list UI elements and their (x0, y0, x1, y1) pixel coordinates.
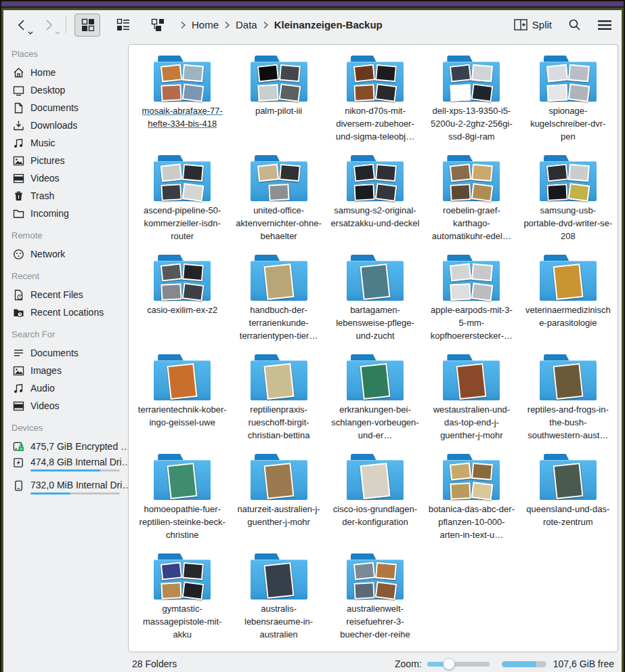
sidebar-item-network[interactable]: Network (10, 245, 128, 263)
icons-view-icon (81, 18, 94, 31)
folder-item[interactable]: united-office-aktenvernichter-ohne-behae… (230, 151, 326, 251)
sidebar-item-videos[interactable]: Videos (10, 397, 128, 415)
zoom-slider[interactable] (427, 658, 490, 670)
folder-label: reptilienpraxis-rueschoff-birgit-christi… (234, 403, 324, 442)
zoom-label: Zoom: (395, 658, 422, 669)
folder-item[interactable]: roebelin-graef-karthago-automatikuhr-ede… (423, 151, 519, 251)
back-button[interactable] (13, 14, 30, 36)
forward-dropdown-caret[interactable] (55, 31, 60, 35)
photo-thumbnail (161, 582, 182, 600)
photo-thumbnail (278, 83, 301, 102)
sidebar-item-474-8-gib-internal-dri[interactable]: 474,8 GiB Internal Dri… (10, 455, 128, 478)
photo-thumbnail (160, 562, 182, 580)
photo-thumbnail (471, 482, 494, 500)
folder-icon (443, 155, 500, 201)
photo-thumbnail (182, 64, 204, 82)
breadcrumb-chevron-icon (180, 21, 186, 29)
doc-lines-icon (13, 348, 24, 359)
folder-item[interactable]: palm-pilot-iii (230, 51, 326, 151)
folder-item[interactable]: erkrankungen-bei-schlangen-vorbeugen-und… (327, 350, 423, 450)
folder-item[interactable]: naturzeit-australien-j-guenther-j-mohr (230, 450, 326, 549)
folder-item[interactable]: australienwelt-reisefuehrer-3-buecher-de… (327, 549, 423, 649)
search-button[interactable] (565, 14, 584, 36)
folder-item[interactable]: samsung-s2-original-ersatzakku-und-decke… (327, 151, 423, 251)
video-icon (13, 400, 24, 412)
sidebar-item-home[interactable]: Home (10, 64, 128, 81)
folder-label: reptiles-and-frogs-in-the-bush-southwest… (523, 403, 613, 442)
photo-thumbnail (375, 163, 397, 182)
sidebar-item-label: 732,0 MiB Internal Dri… (30, 480, 128, 490)
icons-view-button[interactable] (74, 14, 100, 37)
zoom-slider-handle[interactable] (443, 658, 455, 670)
folder-item[interactable]: cisco-ios-grundlagen-der-konfiguration (327, 450, 423, 549)
folder-item[interactable]: casio-exilim-ex-z2 (134, 251, 230, 350)
sidebar-item-recent-locations[interactable]: Recent Locations (10, 303, 128, 321)
sidebar-item-videos[interactable]: Videos (10, 169, 128, 187)
folder-item[interactable]: homoeopathie-fuer-reptilien-steinke-beck… (134, 450, 230, 549)
tree-view-button[interactable] (145, 14, 171, 37)
sidebar-section-header: Search For (10, 325, 128, 344)
sidebar-item-pictures[interactable]: Pictures (10, 152, 128, 169)
sidebar-item-trash[interactable]: Trash (10, 187, 128, 205)
folder-label: cisco-ios-grundlagen-der-konfiguration (330, 503, 420, 528)
photo-thumbnail (263, 363, 294, 400)
sidebar-item-audio[interactable]: Audio (10, 379, 128, 397)
sidebar-item-music[interactable]: Music (10, 134, 128, 152)
photo-thumbnail (375, 183, 397, 201)
folder-item[interactable]: mosaik-abrafaxe-77-hefte-334-bis-418 (134, 51, 230, 151)
toolbar: HomeDataKleinanzeigen-Backup Split (3, 10, 622, 39)
photo-thumbnail (353, 84, 374, 102)
folder-item[interactable]: reptiles-and-frogs-in-the-bush-southwest… (520, 350, 616, 450)
photo-thumbnail (546, 163, 568, 182)
back-dropdown-caret[interactable] (28, 31, 33, 35)
sidebar-item-475-7-gib-encrypted[interactable]: 475,7 GiB Encrypted … (10, 438, 128, 455)
breadcrumb-item-home[interactable]: Home (188, 16, 223, 33)
sidebar-item-label: Audio (30, 383, 55, 394)
sidebar-item-desktop[interactable]: Desktop (10, 81, 128, 99)
breadcrumb-item-data[interactable]: Data (232, 16, 261, 33)
folder-item[interactable]: australis-lebensraeume-in-australien (230, 549, 326, 649)
desktop-icon (13, 85, 24, 96)
photo-thumbnail (268, 184, 289, 201)
folder-item[interactable]: bartagamen-lebensweise-pflege-und-zucht (327, 251, 423, 350)
photo-thumbnail (360, 264, 390, 300)
photo-thumbnail (182, 581, 204, 600)
breadcrumb-item-kleinanzeigen-backup[interactable]: Kleinanzeigen-Backup (270, 16, 387, 33)
folder-item[interactable]: westaustralien-und-das-top-end-j-guenthe… (423, 350, 519, 450)
folder-item[interactable]: queensland-und-das-rote-zentrum (520, 450, 616, 549)
sidebar-item-documents[interactable]: Documents (10, 99, 128, 117)
photo-thumbnail (567, 83, 590, 102)
photo-thumbnail (375, 581, 397, 600)
folder-item[interactable]: veterinaermedizinische-parasitologie (520, 251, 616, 350)
sidebar-item-downloads[interactable]: Downloads (10, 117, 128, 134)
details-view-button[interactable] (110, 14, 135, 37)
forward-button[interactable] (40, 14, 58, 36)
sidebar-item-images[interactable]: Images (10, 362, 128, 379)
folder-item[interactable]: ascend-pipeline-50-kommerzieller-isdn-ro… (134, 151, 230, 251)
sidebar-item-documents[interactable]: Documents (10, 344, 128, 362)
folder-item[interactable]: dell-xps-13-9350-i5-5200u-2-2ghz-256gi-s… (423, 51, 519, 151)
device-usage-bar (30, 492, 120, 495)
folder-item[interactable]: reptilienpraxis-rueschoff-birgit-christi… (230, 350, 326, 450)
folder-item[interactable]: terrarientechnik-kober-ingo-geissel-uwe (134, 350, 230, 450)
sidebar-item-recent-files[interactable]: Recent Files (10, 286, 128, 303)
photo-thumbnail (567, 183, 590, 201)
folder-item[interactable]: nikon-d70s-mit-diversem-zubehoer-und-sig… (327, 51, 423, 151)
split-button[interactable]: Split (511, 14, 555, 36)
folder-item[interactable]: spionage-kugelschreiber-dvr-pen (520, 51, 616, 151)
hamburger-menu-button[interactable] (595, 14, 615, 36)
folder-item[interactable]: handbuch-der-terrarienkunde-terrarientyp… (230, 251, 326, 350)
folder-item[interactable]: apple-earpods-mit-3-5-mm-kopfhoerersteck… (423, 251, 519, 350)
sidebar-item-incoming[interactable]: Incoming (10, 205, 128, 222)
folder-item[interactable]: gymtastic-massagepistole-mit-akku (134, 549, 230, 649)
folder-icon (540, 354, 597, 400)
sidebar-item-label: Trash (30, 190, 54, 201)
sidebar-section: Recent Recent Files Recent Locations (10, 267, 128, 321)
photo-thumbnail (568, 64, 590, 82)
folder-icon (154, 553, 211, 600)
sidebar-item-732-0-mib-internal-dri[interactable]: 732,0 MiB Internal Dri… (10, 478, 128, 501)
folder-label: samsung-usb-portable-dvd-writer-se-208 (523, 204, 613, 243)
folder-item[interactable]: samsung-usb-portable-dvd-writer-se-208 (520, 151, 616, 251)
folder-icon (154, 454, 211, 500)
folder-item[interactable]: botanica-das-abc-der-pflanzen-10-000-art… (423, 450, 519, 549)
